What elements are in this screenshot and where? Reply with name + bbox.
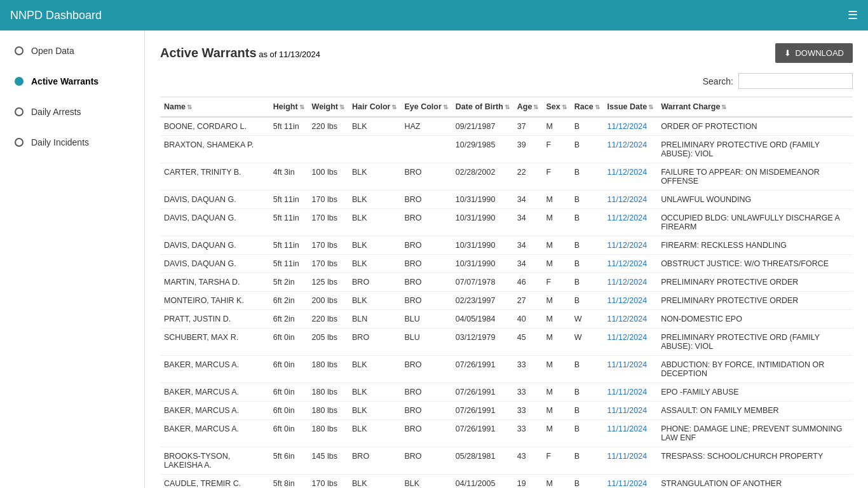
cell-name: BAKER, MARCUS A. bbox=[160, 402, 269, 420]
cell-race: B bbox=[571, 117, 604, 136]
warrants-table: Name ⇅Height ⇅Weight ⇅Hair Color ⇅Eye Co… bbox=[160, 97, 853, 488]
cell-hair_color: BRO bbox=[348, 273, 400, 292]
cell-issue-date[interactable]: 11/12/2024 bbox=[604, 209, 658, 236]
cell-warrant-charge: NON-DOMESTIC EPO bbox=[657, 310, 853, 329]
col-header-race[interactable]: Race ⇅ bbox=[571, 97, 604, 118]
issue-date-link[interactable]: 11/12/2024 bbox=[607, 333, 648, 342]
cell-issue-date[interactable]: 11/11/2024 bbox=[604, 420, 658, 447]
cell-weight: 180 lbs bbox=[308, 356, 348, 383]
cell-issue-date[interactable]: 11/12/2024 bbox=[604, 255, 658, 273]
cell-sex: M bbox=[542, 420, 570, 447]
cell-dob: 10/31/1990 bbox=[452, 255, 513, 273]
cell-issue-date[interactable]: 11/12/2024 bbox=[604, 136, 658, 163]
cell-issue-date[interactable]: 11/12/2024 bbox=[604, 191, 658, 209]
cell-sex: M bbox=[542, 310, 570, 329]
issue-date-link[interactable]: 11/12/2024 bbox=[607, 122, 648, 131]
cell-issue-date[interactable]: 11/11/2024 bbox=[604, 383, 658, 402]
cell-eye_color: BLK bbox=[400, 475, 451, 489]
col-header-age[interactable]: Age ⇅ bbox=[513, 97, 543, 118]
sort-icon-race: ⇅ bbox=[595, 104, 600, 111]
issue-date-link[interactable]: 11/11/2024 bbox=[607, 479, 648, 488]
cell-age: 39 bbox=[513, 136, 543, 163]
search-row: Search: bbox=[160, 73, 853, 89]
cell-issue-date[interactable]: 11/12/2024 bbox=[604, 236, 658, 255]
col-header-name[interactable]: Name ⇅ bbox=[160, 97, 269, 118]
cell-issue-date[interactable]: 11/11/2024 bbox=[604, 356, 658, 383]
cell-race: W bbox=[571, 329, 604, 356]
col-header-dob[interactable]: Date of Birth ⇅ bbox=[452, 97, 513, 118]
cell-issue-date[interactable]: 11/12/2024 bbox=[604, 292, 658, 310]
col-header-warrant_charge[interactable]: Warrant Charge ⇅ bbox=[657, 97, 853, 118]
cell-issue-date[interactable]: 11/11/2024 bbox=[604, 475, 658, 489]
col-header-issue_date[interactable]: Issue Date ⇅ bbox=[604, 97, 658, 118]
cell-dob: 10/31/1990 bbox=[452, 209, 513, 236]
cell-warrant-charge: UNLAWFUL WOUNDING bbox=[657, 191, 853, 209]
cell-warrant-charge: STRANGULATION OF ANOTHER bbox=[657, 475, 853, 489]
issue-date-link[interactable]: 11/12/2024 bbox=[607, 195, 648, 204]
cell-issue-date[interactable]: 11/12/2024 bbox=[604, 117, 658, 136]
issue-date-link[interactable]: 11/12/2024 bbox=[607, 259, 648, 268]
cell-issue-date[interactable]: 11/11/2024 bbox=[604, 447, 658, 475]
download-button[interactable]: ⬇ DOWNLOAD bbox=[775, 43, 853, 63]
issue-date-link[interactable]: 11/11/2024 bbox=[607, 452, 648, 461]
cell-warrant-charge: PRELIMINARY PROTECTIVE ORDER bbox=[657, 292, 853, 310]
issue-date-link[interactable]: 11/11/2024 bbox=[607, 406, 648, 415]
col-header-eye_color[interactable]: Eye Color ⇅ bbox=[400, 97, 451, 118]
issue-date-link[interactable]: 11/12/2024 bbox=[607, 241, 648, 250]
cell-name: SCHUBERT, MAX R. bbox=[160, 329, 269, 356]
sort-icon-weight: ⇅ bbox=[339, 104, 344, 111]
cell-eye_color: HAZ bbox=[400, 117, 451, 136]
cell-weight: 180 lbs bbox=[308, 383, 348, 402]
cell-weight: 170 lbs bbox=[308, 191, 348, 209]
cell-weight: 170 lbs bbox=[308, 209, 348, 236]
sort-icon-dob: ⇅ bbox=[505, 104, 510, 111]
search-label: Search: bbox=[703, 76, 733, 86]
issue-date-link[interactable]: 11/11/2024 bbox=[607, 360, 648, 369]
sidebar-item-active-warrants[interactable]: Active Warrants bbox=[0, 66, 144, 97]
cell-age: 33 bbox=[513, 383, 543, 402]
cell-name: BOONE, CORDARO L. bbox=[160, 117, 269, 136]
search-input[interactable] bbox=[738, 73, 853, 89]
table-row: BAKER, MARCUS A.6ft 0in180 lbsBLKBRO07/2… bbox=[160, 356, 853, 383]
col-header-weight[interactable]: Weight ⇅ bbox=[308, 97, 348, 118]
cell-hair_color: BLK bbox=[348, 255, 400, 273]
sidebar-item-open-data[interactable]: Open Data bbox=[0, 36, 144, 66]
cell-dob: 07/26/1991 bbox=[452, 383, 513, 402]
table-row: DAVIS, DAQUAN G.5ft 11in170 lbsBLKBRO10/… bbox=[160, 255, 853, 273]
sidebar-item-daily-arrests[interactable]: Daily Arrests bbox=[0, 97, 144, 127]
issue-date-link[interactable]: 11/12/2024 bbox=[607, 296, 648, 305]
sidebar-label-open-data: Open Data bbox=[31, 46, 74, 56]
cell-eye_color: BRO bbox=[400, 383, 451, 402]
cell-name: DAVIS, DAQUAN G. bbox=[160, 236, 269, 255]
issue-date-link[interactable]: 11/12/2024 bbox=[607, 214, 648, 222]
sidebar-item-daily-incidents[interactable]: Daily Incidents bbox=[0, 127, 144, 158]
col-header-hair_color[interactable]: Hair Color ⇅ bbox=[348, 97, 400, 118]
cell-issue-date[interactable]: 11/12/2024 bbox=[604, 310, 658, 329]
issue-date-link[interactable]: 11/11/2024 bbox=[607, 388, 648, 396]
cell-issue-date[interactable]: 11/12/2024 bbox=[604, 273, 658, 292]
cell-hair_color: BLK bbox=[348, 475, 400, 489]
sidebar-circle-daily-incidents bbox=[15, 138, 24, 147]
issue-date-link[interactable]: 11/12/2024 bbox=[607, 168, 648, 177]
col-header-sex[interactable]: Sex ⇅ bbox=[542, 97, 570, 118]
menu-icon[interactable]: ☰ bbox=[848, 8, 858, 22]
cell-issue-date[interactable]: 11/11/2024 bbox=[604, 402, 658, 420]
cell-sex: M bbox=[542, 292, 570, 310]
cell-name: BAKER, MARCUS A. bbox=[160, 383, 269, 402]
table-row: BOONE, CORDARO L.5ft 11in220 lbsBLKHAZ09… bbox=[160, 117, 853, 136]
issue-date-link[interactable]: 11/12/2024 bbox=[607, 140, 648, 149]
cell-sex: F bbox=[542, 136, 570, 163]
cell-hair_color: BLK bbox=[348, 163, 400, 191]
cell-height: 4ft 3in bbox=[269, 163, 308, 191]
cell-issue-date[interactable]: 11/12/2024 bbox=[604, 329, 658, 356]
cell-issue-date[interactable]: 11/12/2024 bbox=[604, 163, 658, 191]
sidebar-label-active-warrants: Active Warrants bbox=[31, 76, 98, 86]
cell-height: 5ft 11in bbox=[269, 255, 308, 273]
issue-date-link[interactable]: 11/12/2024 bbox=[607, 278, 648, 287]
cell-race: B bbox=[571, 402, 604, 420]
col-header-height[interactable]: Height ⇅ bbox=[269, 97, 308, 118]
issue-date-link[interactable]: 11/11/2024 bbox=[607, 424, 648, 433]
cell-warrant-charge: PRELIMINARY PROTECTIVE ORD (FAMILY ABUSE… bbox=[657, 329, 853, 356]
cell-hair_color: BLK bbox=[348, 117, 400, 136]
issue-date-link[interactable]: 11/12/2024 bbox=[607, 315, 648, 323]
